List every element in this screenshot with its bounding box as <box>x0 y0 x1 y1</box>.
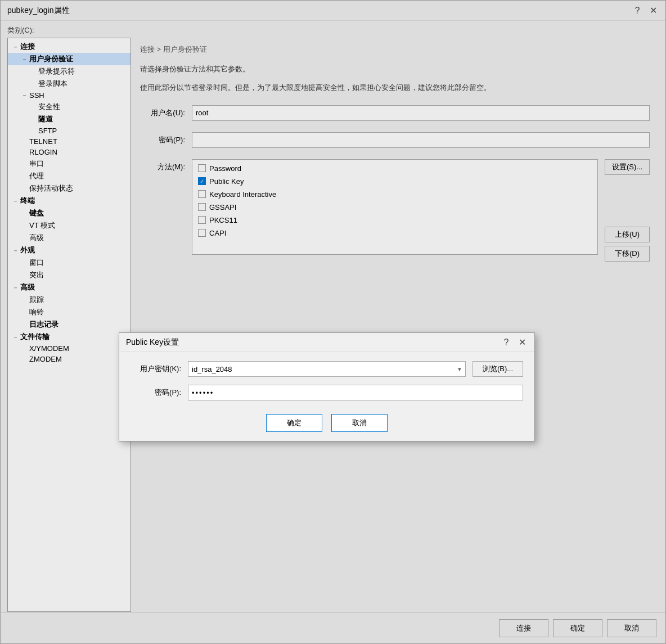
sub-form-password-row: 密码(P): <box>130 385 523 400</box>
sub-form-select-wrap: id_rsa_2048 ▼ <box>188 361 466 377</box>
overlay-backdrop <box>1 1 665 643</box>
browse-button[interactable]: 浏览(B)... <box>472 361 523 377</box>
sub-form-key-row: 用户密钥(K): id_rsa_2048 ▼ 浏览(B)... <box>130 361 523 377</box>
sub-dialog-title-bar: Public Key设置 ? ✕ <box>119 333 534 352</box>
sub-dialog-ok-button[interactable]: 确定 <box>266 414 322 432</box>
sub-dialog-title: Public Key设置 <box>126 337 501 348</box>
sub-dialog-cancel-button[interactable]: 取消 <box>331 414 388 432</box>
sub-dialog: Public Key设置 ? ✕ 用户密钥(K): id_rsa_2048 ▼ … <box>119 332 535 442</box>
main-window: pubkey_login属性 ? ✕ 类别(C): －连接－用户身份验证登录提示… <box>0 0 666 644</box>
sub-form-password-label: 密码(P): <box>130 388 181 398</box>
sub-form-password-input[interactable] <box>188 385 523 400</box>
sub-dialog-controls: ? ✕ <box>501 337 528 348</box>
sub-dialog-close-button[interactable]: ✕ <box>516 337 528 348</box>
sub-form-key-label: 用户密钥(K): <box>130 364 181 374</box>
sub-form: 用户密钥(K): id_rsa_2048 ▼ 浏览(B)... 密码(P): <box>119 352 534 409</box>
sub-dialog-help-button[interactable]: ? <box>501 337 512 348</box>
key-select[interactable]: id_rsa_2048 <box>188 361 466 377</box>
sub-dialog-buttons: 确定 取消 <box>119 409 534 432</box>
